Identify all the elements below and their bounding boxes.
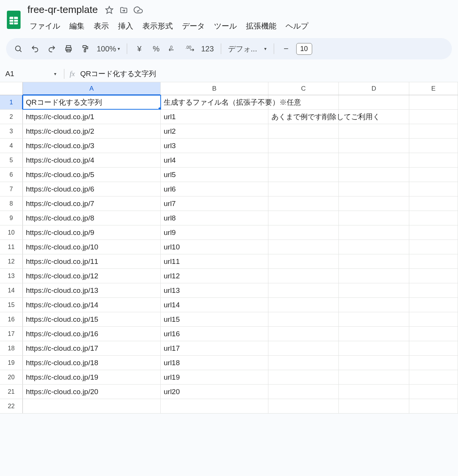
cell[interactable]: url11 [161,254,268,268]
cell[interactable]: url16 [161,327,268,341]
cell[interactable] [268,269,339,283]
cell[interactable]: https://c-cloud.co.jp/15 [23,312,161,326]
cell[interactable]: https://c-cloud.co.jp/8 [23,211,161,225]
cell[interactable]: https://c-cloud.co.jp/10 [23,240,161,254]
cell[interactable] [339,225,409,240]
menu-item[interactable]: ヘルプ [282,19,312,34]
cell[interactable] [268,341,339,355]
row-header[interactable]: 2 [0,110,23,124]
row-header[interactable]: 10 [0,225,23,240]
sheets-logo-icon[interactable] [6,10,21,30]
cell[interactable]: url6 [161,182,268,196]
cell[interactable]: https://c-cloud.co.jp/20 [23,385,161,399]
cell[interactable] [409,168,458,182]
cell[interactable] [268,240,339,254]
row-header[interactable]: 15 [0,298,23,312]
cell[interactable] [409,240,458,254]
cell[interactable]: url5 [161,168,268,182]
cell[interactable] [268,182,339,196]
currency-button[interactable]: ¥ [132,42,146,56]
cell[interactable]: url15 [161,312,268,326]
cell[interactable]: https://c-cloud.co.jp/3 [23,139,161,153]
column-header-c[interactable]: C [268,82,339,95]
menu-item[interactable]: ツール [210,19,241,34]
cell[interactable] [409,110,458,124]
cell[interactable]: url9 [161,225,268,240]
cell[interactable] [268,399,339,413]
cell[interactable] [268,139,339,153]
star-icon[interactable] [105,5,114,14]
cell[interactable]: url10 [161,240,268,254]
cell[interactable]: https://c-cloud.co.jp/9 [23,225,161,240]
row-header[interactable]: 1 [0,95,23,109]
column-header-e[interactable]: E [409,82,458,95]
cell[interactable] [339,312,409,326]
menu-item[interactable]: ファイル [26,19,64,34]
cell[interactable] [268,385,339,399]
decrease-decimal-icon[interactable]: .0 [166,42,180,56]
cell[interactable]: https://c-cloud.co.jp/13 [23,283,161,297]
formula-input[interactable]: QRコード化する文字列 [80,69,156,79]
cell[interactable] [268,370,339,384]
cell[interactable] [268,211,339,225]
cell[interactable] [268,254,339,268]
row-header[interactable]: 3 [0,124,23,138]
cell[interactable] [409,153,458,167]
cell[interactable] [23,399,161,413]
select-all-corner[interactable] [0,82,23,95]
cell[interactable]: https://c-cloud.co.jp/17 [23,341,161,355]
cell[interactable] [339,370,409,384]
cell[interactable]: https://c-cloud.co.jp/5 [23,168,161,182]
menu-item[interactable]: 表示形式 [139,19,177,34]
search-icon[interactable] [11,42,25,56]
decrease-font-size-button[interactable]: − [279,42,293,56]
font-selector[interactable]: デフォ... ▾ [227,44,268,54]
cell[interactable] [339,283,409,297]
name-box[interactable]: A1 ▾ [0,70,64,78]
row-header[interactable]: 4 [0,139,23,153]
cell[interactable]: QRコード化する文字列 [23,95,161,109]
menu-item[interactable]: 表示 [90,19,113,34]
cell[interactable]: url7 [161,196,268,211]
cell[interactable]: https://c-cloud.co.jp/6 [23,182,161,196]
cell[interactable]: url18 [161,356,268,370]
cloud-saved-icon[interactable] [134,5,143,14]
percent-button[interactable]: % [149,42,163,56]
cell[interactable] [268,298,339,312]
cell[interactable] [409,283,458,297]
row-header[interactable]: 21 [0,385,23,399]
cell[interactable] [409,211,458,225]
cell[interactable]: url17 [161,341,268,355]
row-header[interactable]: 19 [0,356,23,370]
row-header[interactable]: 17 [0,327,23,341]
row-header[interactable]: 7 [0,182,23,196]
cell[interactable] [339,298,409,312]
cell[interactable] [409,139,458,153]
cell[interactable] [268,312,339,326]
cell[interactable] [409,385,458,399]
move-icon[interactable] [119,5,128,14]
cell[interactable] [339,254,409,268]
row-header[interactable]: 16 [0,312,23,326]
cell[interactable]: https://c-cloud.co.jp/7 [23,196,161,211]
cell[interactable] [268,356,339,370]
row-header[interactable]: 5 [0,153,23,167]
cell[interactable] [409,182,458,196]
menu-item[interactable]: 拡張機能 [242,19,280,34]
cell[interactable] [339,168,409,182]
cell[interactable] [409,399,458,413]
cell[interactable] [268,124,339,138]
cell[interactable]: https://c-cloud.co.jp/12 [23,269,161,283]
undo-icon[interactable] [28,42,42,56]
cell[interactable] [339,124,409,138]
row-header[interactable]: 18 [0,341,23,355]
cell[interactable]: https://c-cloud.co.jp/18 [23,356,161,370]
cell[interactable]: url12 [161,269,268,283]
cell[interactable]: https://c-cloud.co.jp/14 [23,298,161,312]
cell[interactable] [409,312,458,326]
cell[interactable]: 生成するファイル名（拡張子不要）※任意 [161,95,268,109]
cell[interactable] [409,254,458,268]
print-icon[interactable] [62,42,75,56]
row-header[interactable]: 13 [0,269,23,283]
cell[interactable] [409,196,458,211]
